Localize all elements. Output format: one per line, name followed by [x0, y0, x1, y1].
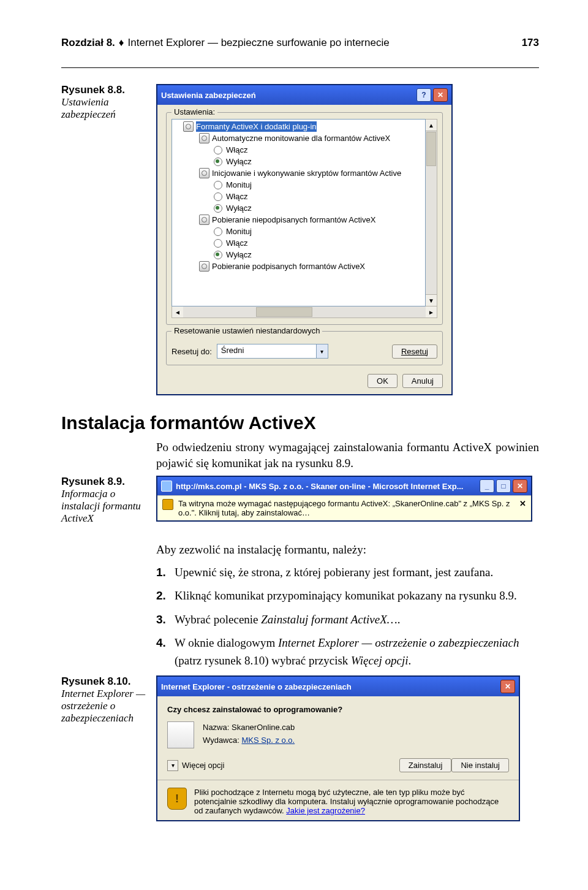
- caution-text: Pliki pochodzące z Internetu mogą być uż…: [194, 788, 509, 815]
- chapter-title: Internet Explorer — bezpieczne surfowani…: [128, 37, 390, 49]
- tree-option[interactable]: Wyłącz: [226, 156, 252, 167]
- radio-icon[interactable]: [214, 192, 222, 201]
- minimize-button[interactable]: _: [480, 479, 494, 493]
- step-text: W oknie dialogowym Internet Explorer — o…: [175, 634, 539, 669]
- paragraph: Aby zezwolić na instalację formantu, nal…: [156, 542, 539, 558]
- tree-option[interactable]: Wyłącz: [226, 203, 252, 213]
- figure-8-9-label: Rysunek 8.9.: [61, 476, 125, 487]
- settings-tree[interactable]: Formanty ActiveX i dodatki plug-in Autom…: [172, 119, 426, 306]
- name-label: Nazwa:: [203, 723, 229, 732]
- step-number: 2.: [156, 587, 175, 605]
- ie-icon: [161, 481, 172, 492]
- instructions-list: 1.Upewnić się, że strona, z której pobie…: [156, 564, 539, 670]
- figure-8-9-caption: Rysunek 8.9. Informacja o instalacji for…: [61, 476, 156, 525]
- dialog-titlebar: Internet Explorer - ostrzeżenie o zabezp…: [157, 677, 519, 696]
- page-header: Rozdział 8. ♦ Internet Explorer — bezpie…: [61, 37, 539, 49]
- activex-infobar[interactable]: Ta witryna może wymagać następującego fo…: [157, 495, 531, 520]
- header-rule: [61, 67, 539, 68]
- reset-to-label: Resetuj do:: [172, 347, 212, 356]
- tree-item[interactable]: Automatyczne monitowanie dla formantów A…: [212, 133, 390, 143]
- gear-icon: [199, 261, 209, 272]
- more-options-toggle[interactable]: ▾ Więcej opcji: [167, 760, 224, 771]
- ie-window-title: http://mks.com.pl - MKS Sp. z o.o. - Ska…: [176, 482, 478, 491]
- ie-titlebar: http://mks.com.pl - MKS Sp. z o.o. - Ska…: [157, 477, 531, 495]
- risk-link[interactable]: Jakie jest zagrożenie?: [286, 806, 365, 815]
- publisher-label: Wydawca:: [203, 736, 239, 745]
- tree-item[interactable]: Formanty ActiveX i dodatki plug-in: [196, 121, 317, 132]
- step-number: 1.: [156, 564, 175, 582]
- gear-icon: [183, 121, 194, 132]
- more-options-label: Więcej opcji: [182, 761, 224, 770]
- horizontal-scrollbar[interactable]: ◄ ►: [172, 306, 437, 318]
- dismiss-icon[interactable]: ✕: [519, 499, 526, 508]
- radio-icon[interactable]: [214, 239, 222, 248]
- install-button[interactable]: Zainstaluj: [399, 758, 452, 772]
- radio-icon[interactable]: [214, 146, 222, 154]
- shield-warning-icon: [167, 788, 187, 810]
- tree-option[interactable]: Włącz: [226, 145, 247, 155]
- cancel-button[interactable]: Anuluj: [402, 374, 443, 388]
- figure-8-10-caption: Rysunek 8.10. Internet Explorer — ostrze…: [61, 675, 156, 725]
- step-text: Upewnić się, że strona, z której pobiera…: [175, 564, 539, 582]
- tree-option[interactable]: Monituj: [226, 180, 252, 190]
- reset-level-select[interactable]: Średni ▾: [217, 344, 328, 359]
- tree-item[interactable]: Pobieranie niepodpisanych formantów Acti…: [212, 215, 375, 225]
- section-heading: Instalacja formantów ActiveX: [61, 413, 539, 433]
- tree-item[interactable]: Pobieranie podpisanych formantów ActiveX: [212, 261, 365, 272]
- radio-icon[interactable]: [214, 158, 222, 166]
- step-number: 4.: [156, 634, 175, 669]
- gear-icon: [199, 168, 209, 178]
- close-button[interactable]: ✕: [433, 88, 448, 102]
- tree-option[interactable]: Włącz: [226, 238, 247, 248]
- dont-install-button[interactable]: Nie instaluj: [451, 758, 509, 772]
- dialog-title: Internet Explorer - ostrzeżenie o zabezp…: [161, 682, 499, 691]
- scroll-thumb[interactable]: [426, 132, 436, 166]
- figure-8-8-label: Rysunek 8.8.: [61, 84, 125, 96]
- infobar-message: Ta witryna może wymagać następującego fo…: [178, 499, 514, 517]
- step-text: Kliknąć komunikat przypominający komunik…: [175, 587, 539, 605]
- separator-diamond: ♦: [119, 37, 124, 49]
- scroll-down-icon[interactable]: ▼: [426, 294, 437, 306]
- radio-icon[interactable]: [214, 181, 222, 189]
- tree-option[interactable]: Monituj: [226, 226, 252, 237]
- security-warning-dialog: Internet Explorer - ostrzeżenie o zabezp…: [156, 675, 520, 821]
- maximize-button[interactable]: □: [496, 479, 511, 493]
- help-button[interactable]: ?: [417, 88, 431, 102]
- name-value: SkanerOnline.cab: [232, 723, 295, 732]
- reset-level-value: Średni: [217, 344, 316, 358]
- ok-button[interactable]: OK: [368, 374, 398, 388]
- step-text: Wybrać polecenie Zainstaluj formant Acti…: [175, 611, 539, 629]
- tree-option[interactable]: Wyłącz: [226, 249, 252, 260]
- publisher-link[interactable]: MKS Sp. z o.o.: [241, 736, 295, 745]
- file-details: Nazwa: SkanerOnline.cab Wydawca: MKS Sp.…: [203, 721, 295, 747]
- ie-infobar-window: http://mks.com.pl - MKS Sp. z o.o. - Ska…: [156, 476, 532, 522]
- step-number: 3.: [156, 611, 175, 629]
- scroll-thumb[interactable]: [256, 307, 312, 317]
- chevron-down-icon: ▾: [167, 760, 178, 771]
- vertical-scrollbar[interactable]: ▲ ▼: [426, 119, 437, 306]
- settings-group: Ustawienia: Formanty ActiveX i dodatki p…: [166, 112, 443, 325]
- radio-icon[interactable]: [214, 227, 222, 236]
- caution-message: Pliki pochodzące z Internetu mogą być uż…: [167, 788, 509, 815]
- radio-icon[interactable]: [214, 251, 222, 259]
- gear-icon: [199, 133, 209, 143]
- scroll-right-icon[interactable]: ►: [426, 306, 437, 318]
- reset-button[interactable]: Resetuj: [392, 344, 437, 359]
- chapter-label: Rozdział 8.: [61, 37, 115, 49]
- tree-option[interactable]: Włącz: [226, 191, 247, 202]
- scroll-up-icon[interactable]: ▲: [426, 120, 437, 131]
- tree-item[interactable]: Inicjowanie i wykonywanie skryptów forma…: [212, 168, 401, 178]
- radio-icon[interactable]: [214, 204, 222, 213]
- close-button[interactable]: ✕: [500, 680, 515, 693]
- chevron-down-icon[interactable]: ▾: [316, 344, 328, 358]
- gear-icon: [199, 215, 209, 225]
- scroll-left-icon[interactable]: ◄: [172, 306, 183, 318]
- page-number: 173: [522, 37, 539, 49]
- close-button[interactable]: ✕: [513, 479, 527, 493]
- separator: [157, 780, 519, 780]
- figure-8-10-label: Rysunek 8.10.: [61, 675, 130, 687]
- dialog-title: Ustawienia zabezpieczeń: [161, 91, 415, 100]
- figure-8-9-text: Informacja o instalacji formantu ActiveX: [61, 488, 141, 524]
- figure-8-8-text: Ustawienia zabezpieczeń: [61, 96, 116, 120]
- shield-icon: [162, 499, 173, 510]
